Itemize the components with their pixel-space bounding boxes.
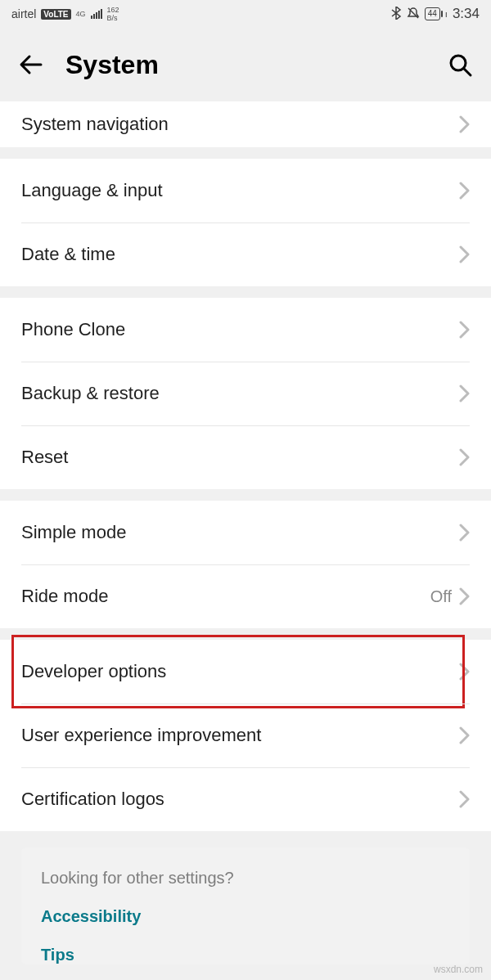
- setting-row-system-navigation[interactable]: System navigation: [0, 101, 491, 147]
- chevron-right-icon: [458, 726, 470, 745]
- chevron-right-icon: [458, 115, 470, 134]
- setting-row-phone-clone[interactable]: Phone Clone: [0, 298, 491, 362]
- speed-indicator: 162 B/s: [107, 6, 119, 22]
- chevron-right-icon: [458, 662, 470, 681]
- network-type: 4G: [76, 10, 86, 18]
- chevron-right-icon: [458, 320, 470, 339]
- status-right: 44 ı 3:34: [390, 6, 480, 22]
- setting-row-date-time[interactable]: Date & time: [0, 223, 491, 286]
- setting-row-certification-logos[interactable]: Certification logos: [0, 767, 491, 831]
- other-settings-prompt: Looking for other settings?: [41, 869, 450, 888]
- header-bar: System: [0, 28, 491, 101]
- chevron-right-icon: [458, 181, 470, 200]
- page-title: System: [65, 50, 426, 80]
- battery-icon: 44: [425, 7, 440, 20]
- watermark: wsxdn.com: [434, 964, 483, 975]
- chevron-right-icon: [458, 587, 470, 606]
- row-label: Language & input: [21, 180, 458, 201]
- status-left: airtel VoLTE 4G 162 B/s: [11, 6, 119, 22]
- setting-row-ride-mode[interactable]: Ride modeOff: [0, 564, 491, 628]
- signal-icon: [91, 9, 102, 19]
- footer-link-tips[interactable]: Tips: [41, 946, 450, 964]
- row-label: User experience improvement: [21, 725, 458, 746]
- row-label: Developer options: [21, 661, 458, 682]
- row-label: Ride mode: [21, 586, 430, 607]
- back-button[interactable]: [18, 52, 44, 78]
- row-label: Certification logos: [21, 789, 458, 810]
- search-button[interactable]: [447, 52, 473, 78]
- setting-row-simple-mode[interactable]: Simple mode: [0, 501, 491, 564]
- row-value: Off: [430, 587, 452, 606]
- clock: 3:34: [453, 6, 480, 22]
- chevron-right-icon: [458, 447, 470, 467]
- chevron-right-icon: [458, 384, 470, 403]
- dnd-icon: [407, 7, 420, 22]
- bluetooth-icon: [390, 7, 402, 22]
- row-label: Simple mode: [21, 522, 458, 543]
- footer-link-accessibility[interactable]: Accessibility: [41, 907, 450, 926]
- setting-row-language-input[interactable]: Language & input: [0, 159, 491, 223]
- chevron-right-icon: [458, 245, 470, 264]
- setting-row-backup-restore[interactable]: Backup & restore: [0, 362, 491, 425]
- setting-row-user-experience-improvement[interactable]: User experience improvement: [0, 704, 491, 767]
- row-label: Reset: [21, 447, 458, 468]
- chevron-right-icon: [458, 789, 470, 809]
- row-label: System navigation: [21, 114, 458, 135]
- status-bar: airtel VoLTE 4G 162 B/s 44 ı 3:34: [0, 0, 491, 28]
- setting-row-reset[interactable]: Reset: [0, 425, 491, 489]
- row-label: Backup & restore: [21, 383, 458, 404]
- chevron-right-icon: [458, 523, 470, 542]
- row-label: Phone Clone: [21, 319, 458, 340]
- carrier-label: airtel: [11, 7, 36, 20]
- volte-badge: VoLTE: [41, 9, 70, 20]
- row-label: Date & time: [21, 244, 458, 265]
- setting-row-developer-options[interactable]: Developer options: [0, 640, 491, 704]
- other-settings-card: Looking for other settings? Accessibilit…: [21, 847, 470, 964]
